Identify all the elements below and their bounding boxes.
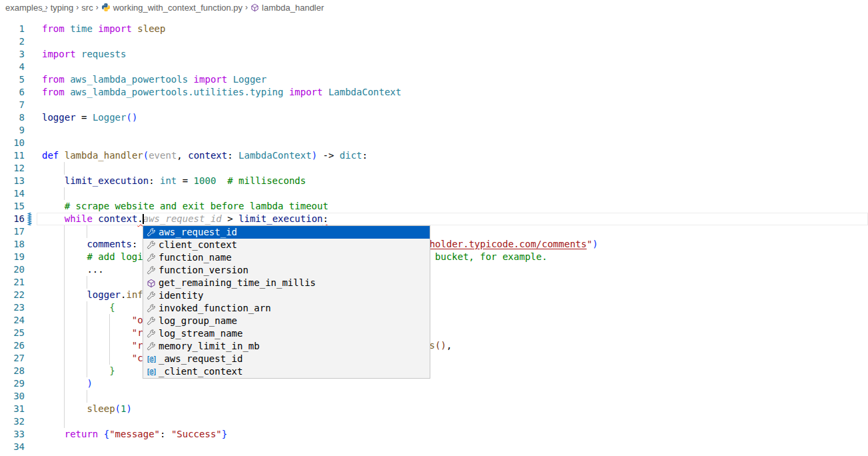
line-number[interactable]: 19 bbox=[0, 251, 25, 263]
code-line[interactable]: 26 "remaining_time": context.get_remaini… bbox=[0, 339, 868, 352]
code-line[interactable]: 30 bbox=[0, 390, 868, 403]
suggestion-item-_aws_request_id[interactable]: [@]_aws_request_id bbox=[143, 353, 430, 365]
code-line[interactable]: 10 bbox=[0, 137, 868, 149]
code-line[interactable]: 12 bbox=[0, 162, 868, 175]
code-line[interactable]: 34 bbox=[0, 441, 868, 453]
suggestion-item-_client_context[interactable]: [@]_client_context bbox=[143, 365, 430, 378]
breadcrumb-item-typing[interactable]: typing bbox=[51, 3, 74, 13]
suggestion-label: get_remaining_time_in_millis bbox=[159, 277, 316, 289]
suggestion-label: _aws_request_id bbox=[159, 353, 242, 365]
suggestion-label: log_group_name bbox=[159, 315, 237, 327]
code-line[interactable]: 33 return {"message": "Success"} bbox=[0, 428, 868, 441]
code-line[interactable]: 27 "cold_start": False, bbox=[0, 352, 868, 365]
folded-region-indicator[interactable]: ⋯ bbox=[42, 7, 47, 15]
line-number[interactable]: 28 bbox=[0, 365, 25, 377]
line-number[interactable]: 22 bbox=[0, 289, 25, 301]
line-number[interactable]: 18 bbox=[0, 238, 25, 251]
line-number[interactable]: 27 bbox=[0, 352, 25, 365]
code-line[interactable]: 11def lambda_handler(event, context: Lam… bbox=[0, 149, 868, 162]
suggestion-item-memory_limit_in_mb[interactable]: memory_limit_in_mb bbox=[143, 340, 430, 353]
code-line[interactable]: 1from time import sleep bbox=[0, 23, 868, 35]
line-number[interactable]: 17 bbox=[0, 225, 25, 238]
line-number[interactable]: 3 bbox=[0, 48, 25, 61]
suggestion-item-log_stream_name[interactable]: log_stream_name bbox=[143, 327, 430, 340]
code-line[interactable]: 22 logger.info( bbox=[0, 289, 868, 301]
line-number[interactable]: 11 bbox=[0, 149, 25, 162]
code-line[interactable]: 3import requests bbox=[0, 48, 868, 61]
text-cursor bbox=[143, 214, 144, 224]
suggestion-item-aws_request_id[interactable]: aws_request_id bbox=[143, 226, 430, 239]
code-line[interactable]: 24 "operation": "scrape", bbox=[0, 314, 868, 327]
line-number[interactable]: 15 bbox=[0, 200, 25, 213]
line-number[interactable]: 10 bbox=[0, 137, 25, 149]
suggestion-item-function_version[interactable]: function_version bbox=[143, 264, 430, 277]
suggestion-item-function_name[interactable]: function_name bbox=[143, 251, 430, 264]
line-content: ... bbox=[42, 263, 104, 276]
breadcrumb-item-src[interactable]: src bbox=[81, 3, 93, 13]
code-line[interactable]: 13 limit_execution: int = 1000 # millise… bbox=[0, 175, 868, 187]
code-line[interactable]: 15 # scrape website and exit before lamb… bbox=[0, 200, 868, 213]
line-number[interactable]: 5 bbox=[0, 73, 25, 86]
line-number[interactable]: 2 bbox=[0, 35, 25, 48]
line-number[interactable]: 14 bbox=[0, 187, 25, 200]
line-content: } bbox=[42, 365, 115, 377]
line-content: { bbox=[42, 301, 115, 314]
code-line[interactable]: 9 bbox=[0, 124, 868, 137]
suggestion-label: identity bbox=[159, 289, 203, 302]
line-number[interactable]: 13 bbox=[0, 175, 25, 187]
code-line[interactable]: 6from aws_lambda_powertools.utilities.ty… bbox=[0, 86, 868, 99]
line-content: from aws_lambda_powertools.utilities.typ… bbox=[42, 86, 401, 99]
line-number[interactable]: 31 bbox=[0, 403, 25, 415]
line-number[interactable]: 29 bbox=[0, 377, 25, 390]
code-line[interactable]: 23 { bbox=[0, 301, 868, 314]
suggestion-item-get_remaining_time_in_millis[interactable]: get_remaining_time_in_millis bbox=[143, 277, 430, 289]
line-number[interactable]: 1 bbox=[0, 23, 25, 35]
code-line[interactable]: 18 comments: requests.Response = request… bbox=[0, 238, 868, 251]
symbol-property-icon bbox=[146, 341, 157, 352]
code-line[interactable]: 17 bbox=[0, 225, 868, 238]
code-line[interactable]: 16 while context.aws_request_id > limit_… bbox=[0, 213, 868, 225]
suggestion-item-client_context[interactable]: client_context bbox=[143, 239, 430, 251]
line-number[interactable]: 25 bbox=[0, 327, 25, 339]
line-number[interactable]: 23 bbox=[0, 301, 25, 314]
line-number[interactable]: 4 bbox=[0, 61, 25, 73]
code-line[interactable]: 21 bbox=[0, 276, 868, 289]
line-number[interactable]: 12 bbox=[0, 162, 25, 175]
suggestion-item-identity[interactable]: identity bbox=[143, 289, 430, 302]
suggest-widget[interactable]: aws_request_idclient_contextfunction_nam… bbox=[143, 225, 430, 379]
line-number[interactable]: 26 bbox=[0, 339, 25, 352]
line-number[interactable]: 21 bbox=[0, 276, 25, 289]
breadcrumb-item-working_with_context_function.py[interactable]: working_with_context_function.py bbox=[101, 3, 242, 13]
line-number[interactable]: 32 bbox=[0, 415, 25, 428]
symbol-property-icon bbox=[146, 291, 157, 301]
line-number[interactable]: 24 bbox=[0, 314, 25, 327]
line-number[interactable]: 9 bbox=[0, 124, 25, 137]
code-line[interactable]: 4 bbox=[0, 61, 868, 73]
line-number[interactable]: 16 bbox=[0, 213, 25, 225]
code-editor[interactable]: 1from time import sleep23import requests… bbox=[0, 23, 868, 453]
line-number[interactable]: 20 bbox=[0, 263, 25, 276]
line-number[interactable]: 7 bbox=[0, 99, 25, 111]
breadcrumb-item-lambda_handler[interactable]: lambda_handler bbox=[250, 3, 324, 13]
code-line[interactable]: 8logger = Logger() bbox=[0, 111, 868, 124]
code-line[interactable]: 7 bbox=[0, 99, 868, 111]
line-number[interactable]: 34 bbox=[0, 441, 25, 453]
code-line[interactable]: 19 # add logic to store all scraped comm… bbox=[0, 251, 868, 263]
suggestion-item-invoked_function_arn[interactable]: invoked_function_arn bbox=[143, 302, 430, 315]
code-line[interactable]: 5from aws_lambda_powertools import Logge… bbox=[0, 73, 868, 86]
line-content: import requests bbox=[42, 48, 126, 61]
line-number[interactable]: 8 bbox=[0, 111, 25, 124]
code-line[interactable]: 14 bbox=[0, 187, 868, 200]
code-line[interactable]: 29 ) bbox=[0, 377, 868, 390]
code-line[interactable]: 2 bbox=[0, 35, 868, 48]
code-line[interactable]: 31 sleep(1) bbox=[0, 403, 868, 415]
line-number[interactable]: 33 bbox=[0, 428, 25, 441]
line-number[interactable]: 30 bbox=[0, 390, 25, 403]
code-line[interactable]: 20 ... bbox=[0, 263, 868, 276]
code-line[interactable]: 32 bbox=[0, 415, 868, 428]
suggestion-item-log_group_name[interactable]: log_group_name bbox=[143, 315, 430, 327]
line-number[interactable]: 6 bbox=[0, 86, 25, 99]
code-line[interactable]: 25 "request_id": context.aws_request_id, bbox=[0, 327, 868, 339]
code-line[interactable]: 28 } bbox=[0, 365, 868, 377]
breadcrumb-item-examples[interactable]: examples bbox=[5, 3, 43, 13]
